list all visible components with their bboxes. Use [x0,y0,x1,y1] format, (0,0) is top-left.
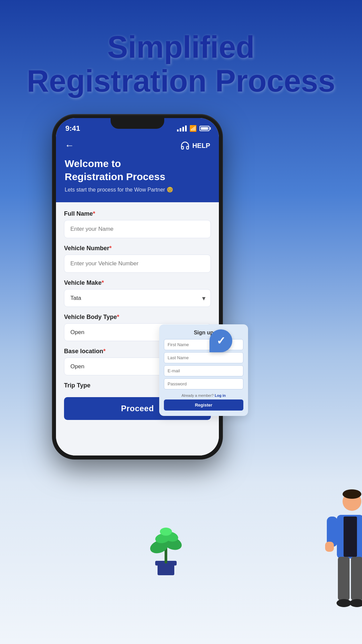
svg-point-19 [160,528,172,536]
help-label: HELP [192,142,210,150]
hero-section: Simplified Registration Process [0,0,362,118]
vehicle-number-input[interactable] [64,255,211,273]
signup-password-input[interactable] [164,378,243,389]
svg-point-11 [350,599,362,607]
phone-notch [111,118,164,129]
svg-point-10 [337,599,351,607]
svg-rect-8 [338,557,350,600]
plant-illustration [146,523,186,577]
vehicle-number-group: Vehicle Number* [64,245,211,273]
hero-title: Simplified Registration Process [0,30,362,98]
vehicle-make-label: Vehicle Make* [64,279,211,286]
back-button[interactable]: ← [65,140,74,151]
vehicle-make-group: Vehicle Make* Tata ▾ [64,279,211,307]
signup-register-button[interactable]: Register [164,399,243,411]
wifi-icon: 📶 [189,125,197,132]
header-nav: ← HELP [65,140,210,151]
phone-mockup: 9:41 📶 ← [52,114,223,460]
app-header: ← HELP Welcome to Registration Process L [56,136,219,202]
svg-rect-3 [344,517,357,557]
status-icons: 📶 [177,125,209,132]
vehicle-make-wrapper: Tata ▾ [64,289,211,307]
signal-icon [177,125,187,131]
vehicle-make-select[interactable]: Tata [64,289,211,307]
signup-title: Sign up [164,330,243,336]
svg-rect-9 [351,557,362,600]
vehicle-number-label: Vehicle Number* [64,245,211,252]
signup-login-link[interactable]: Log in [215,393,226,397]
help-button[interactable]: HELP [180,141,210,150]
signup-card: Sign up Already a member? Log in Registe… [159,324,248,416]
full-name-group: Full Name* [64,210,211,238]
signup-email-input[interactable] [164,365,243,376]
app-subtitle: Lets start the process for the Wow Partn… [65,186,210,193]
check-icon: ✓ [217,334,226,347]
check-bubble: ✓ [209,329,232,352]
person-illustration [312,483,362,617]
svg-rect-5 [325,542,334,552]
battery-icon [199,126,209,131]
headset-icon [180,141,190,150]
status-time: 9:41 [65,124,80,133]
svg-point-1 [343,489,361,499]
signup-last-name-input[interactable] [164,352,243,363]
app-title: Welcome to Registration Process [65,157,210,183]
signup-already-member-text: Already a member? Log in [164,393,243,397]
vehicle-body-type-label: Vehicle Body Type* [64,314,211,321]
full-name-label: Full Name* [64,210,211,217]
full-name-input[interactable] [64,220,211,238]
